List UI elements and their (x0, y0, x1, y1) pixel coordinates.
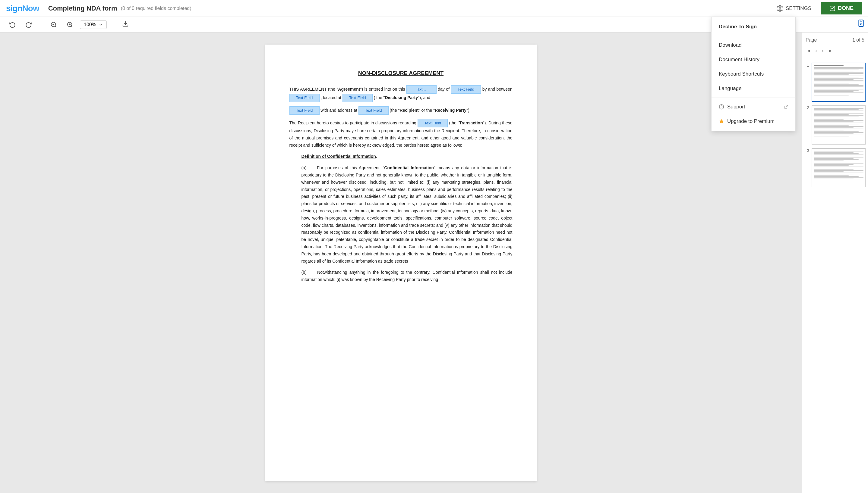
clipboard-icon (857, 19, 865, 27)
first-page-button[interactable]: « (806, 46, 812, 55)
nav-arrows: « ‹ › » (806, 46, 864, 55)
document-title: Completing NDA form (48, 4, 117, 12)
decline-to-sign-item[interactable]: Decline To Sign (711, 20, 795, 34)
section-1: Definition of Confidential Information. … (302, 153, 512, 283)
done-icon (829, 5, 835, 12)
text-field-transaction[interactable]: Text Field (418, 119, 448, 127)
upgrade-label: Upgrade to Premium (727, 119, 774, 124)
done-label: DONE (838, 5, 853, 12)
redo-button[interactable] (22, 20, 35, 30)
svg-line-3 (55, 26, 56, 27)
toolbar-divider-1 (41, 20, 41, 29)
svg-line-6 (71, 26, 72, 27)
settings-label: SETTINGS (786, 5, 811, 12)
thumbnail-page-1[interactable]: 1 (804, 63, 866, 102)
download-label: Download (719, 42, 742, 48)
keyboard-shortcuts-label: Keyboard Shortcuts (719, 71, 764, 77)
keyboard-shortcuts-item[interactable]: Keyboard Shortcuts (711, 67, 795, 81)
logo: signNow (6, 4, 39, 13)
prev-page-button[interactable]: ‹ (813, 46, 819, 55)
text-field-party1[interactable]: Text Field (289, 94, 320, 102)
zoom-in-button[interactable] (64, 20, 76, 30)
menu-divider-2 (711, 98, 795, 98)
svg-point-0 (779, 7, 781, 9)
para1-text: THIS AGREEMENT (the "Agreement") is ente… (289, 87, 406, 91)
external-link-icon (784, 105, 788, 109)
document-area: NON-DISCLOSURE AGREEMENT THIS AGREEMENT … (0, 33, 802, 493)
thumb-image-3[interactable] (812, 148, 866, 187)
upgrade-item[interactable]: Upgrade to Premium (711, 114, 795, 129)
zoom-value: 100% (84, 22, 96, 27)
zoom-out-button[interactable] (47, 20, 60, 30)
document-heading: NON-DISCLOSURE AGREEMENT (289, 69, 512, 78)
doc-history-label: Document History (719, 57, 760, 63)
support-item[interactable]: Support (711, 100, 795, 114)
support-icon (719, 104, 724, 110)
text-field-date[interactable]: Txt... (406, 85, 437, 94)
thumbnail-page-2[interactable]: 2 (804, 105, 866, 145)
page-thumbnails: 1 2 (802, 60, 868, 493)
logo-now: Now (22, 4, 39, 13)
zoom-select[interactable]: 100% (80, 20, 107, 29)
thumb-num-2: 2 (804, 105, 809, 110)
page-nav-header: Page 1 of 5 (806, 37, 864, 43)
thumb-num-3: 3 (804, 148, 809, 153)
thumbnail-page-3[interactable]: 3 (804, 148, 866, 187)
download-item[interactable]: Download (711, 38, 795, 52)
language-label: Language (719, 86, 742, 91)
document-history-item[interactable]: Document History (711, 52, 795, 67)
thumb-image-2[interactable] (812, 105, 866, 145)
undo-button[interactable] (6, 20, 19, 30)
logo-sign: sign (6, 4, 22, 13)
document-page: NON-DISCLOSURE AGREEMENT THIS AGREEMENT … (265, 45, 537, 481)
zoom-out-icon (51, 21, 57, 28)
decline-label: Decline To Sign (719, 24, 757, 30)
undo-icon (9, 21, 16, 28)
document-body: THIS AGREEMENT (the "Agreement") is ente… (289, 85, 512, 283)
zoom-dropdown-icon (99, 23, 103, 27)
right-panel: Page 1 of 5 « ‹ › » 1 (802, 33, 868, 493)
menu-divider-1 (711, 36, 795, 36)
support-label: Support (727, 104, 745, 110)
download-icon (122, 20, 129, 27)
document-subtitle: (0 of 0 required fields completed) (121, 6, 191, 11)
page-navigation: Page 1 of 5 « ‹ › » (802, 33, 868, 60)
star-icon (719, 119, 724, 124)
text-field-address1[interactable]: Text Field (343, 94, 372, 102)
toolbar-divider-2 (113, 20, 113, 29)
dropdown-menu: Decline To Sign Download Document Histor… (711, 17, 796, 131)
page-count: 1 of 5 (852, 37, 864, 43)
header-actions: SETTINGS DONE (772, 2, 862, 15)
svg-rect-14 (860, 20, 862, 21)
text-field-address2[interactable]: Text Field (359, 106, 389, 115)
svg-line-12 (786, 105, 787, 107)
done-button[interactable]: DONE (821, 2, 862, 15)
text-field-party2[interactable]: Text Field (289, 106, 320, 115)
zoom-in-icon (67, 21, 73, 28)
clipboard-button[interactable] (854, 17, 868, 31)
redo-icon (25, 21, 32, 28)
header: signNow Completing NDA form (0 of 0 requ… (0, 0, 868, 17)
text-field-month[interactable]: Text Field (451, 85, 481, 94)
svg-marker-13 (719, 119, 724, 124)
section-1-title: Definition of Confidential Information (302, 154, 376, 159)
thumb-image-1[interactable] (812, 63, 866, 102)
settings-button[interactable]: SETTINGS (772, 3, 816, 14)
download-toolbar-button[interactable] (119, 19, 132, 31)
thumb-num-1: 1 (804, 63, 809, 67)
language-item[interactable]: Language (711, 81, 795, 96)
next-page-button[interactable]: › (820, 46, 826, 55)
page-label: Page (806, 37, 817, 43)
settings-icon (776, 5, 783, 12)
last-page-button[interactable]: » (827, 46, 833, 55)
